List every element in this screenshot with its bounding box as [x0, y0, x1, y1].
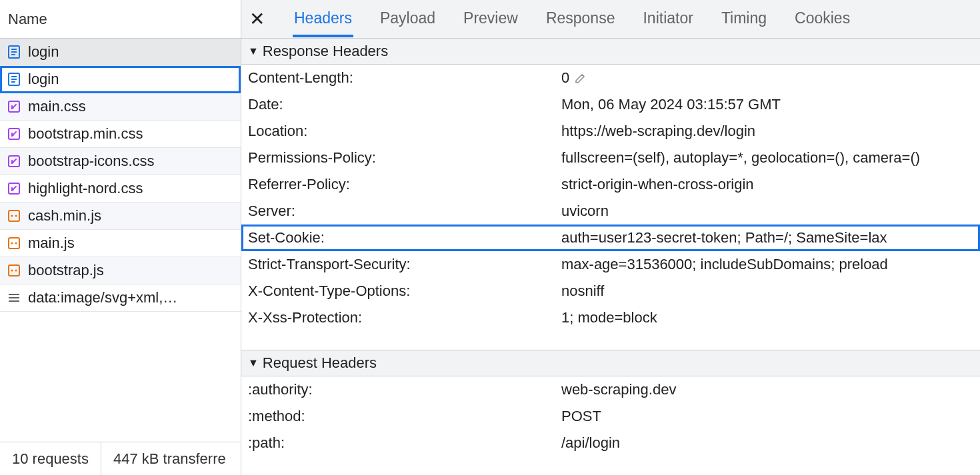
transferred-size: 447 kB transferre — [101, 442, 238, 475]
header-value: 1; mode=block — [561, 308, 973, 327]
header-row[interactable]: :method:POST — [241, 403, 980, 430]
request-name: login — [28, 43, 59, 61]
header-name: Location: — [248, 122, 561, 141]
stylesheet-icon — [7, 154, 21, 169]
header-row[interactable]: Strict-Transport-Security:max-age=315360… — [241, 251, 980, 278]
request-row[interactable]: login — [0, 39, 241, 66]
stylesheet-icon — [7, 127, 21, 141]
request-name: login — [28, 71, 59, 88]
tab-timing[interactable]: Timing — [720, 1, 768, 37]
request-name: bootstrap.min.css — [28, 125, 143, 143]
tab-payload[interactable]: Payload — [379, 1, 437, 37]
header-value: https://web-scraping.dev/login — [561, 122, 973, 141]
request-name: main.css — [28, 98, 86, 115]
script-icon — [7, 209, 21, 223]
header-name: X-Content-Type-Options: — [248, 282, 561, 300]
script-icon — [7, 236, 21, 250]
header-name: Content-Length: — [248, 69, 561, 87]
svg-point-18 — [15, 215, 17, 217]
close-icon[interactable]: ✕ — [249, 8, 265, 30]
svg-point-24 — [15, 270, 17, 272]
header-row[interactable]: Location:https://web-scraping.dev/login — [241, 118, 980, 145]
svg-rect-22 — [9, 265, 19, 276]
header-row[interactable]: Server:uvicorn — [241, 198, 980, 225]
header-name: :path: — [248, 434, 561, 452]
headers-content: ▼ Response Headers Content-Length:0Date:… — [241, 39, 980, 475]
header-row[interactable]: X-Xss-Protection:1; mode=block — [241, 304, 980, 331]
stylesheet-icon — [7, 99, 21, 114]
request-name: bootstrap.js — [28, 262, 104, 279]
header-name: Strict-Transport-Security: — [248, 255, 561, 274]
header-value: fullscreen=(self), autoplay=*, geolocati… — [561, 149, 973, 167]
request-row[interactable]: main.js — [0, 230, 241, 257]
tab-preview[interactable]: Preview — [462, 1, 519, 37]
request-name: data:image/svg+xml,… — [28, 289, 177, 306]
header-value: max-age=31536000; includeSubDomains; pre… — [561, 255, 973, 274]
tab-cookies[interactable]: Cookies — [793, 1, 851, 37]
header-value: POST — [561, 407, 973, 426]
header-row[interactable]: Referrer-Policy:strict-origin-when-cross… — [241, 171, 980, 198]
request-headers-title: Request Headers — [263, 354, 377, 372]
header-name: X-Xss-Protection: — [248, 308, 561, 327]
edit-icon[interactable] — [575, 72, 587, 84]
header-row[interactable]: Content-Length:0 — [241, 65, 980, 91]
requests-count: 10 requests — [0, 442, 101, 475]
request-row[interactable]: login — [0, 66, 241, 93]
disclosure-triangle-icon: ▼ — [248, 45, 259, 57]
header-row[interactable]: :authority:web-scraping.dev — [241, 376, 980, 403]
svg-point-21 — [15, 242, 17, 244]
request-row[interactable]: bootstrap.js — [0, 257, 241, 284]
request-detail-pane: ✕ HeadersPayloadPreviewResponseInitiator… — [241, 0, 980, 475]
script-icon — [7, 263, 21, 278]
request-row[interactable]: data:image/svg+xml,… — [0, 284, 241, 312]
header-value: Mon, 06 May 2024 03:15:57 GMT — [561, 95, 973, 114]
header-row[interactable]: Date:Mon, 06 May 2024 03:15:57 GMT — [241, 91, 980, 118]
request-name: main.js — [28, 235, 75, 252]
header-value: uvicorn — [561, 202, 973, 221]
response-headers-toggle[interactable]: ▼ Response Headers — [241, 39, 980, 65]
tab-response[interactable]: Response — [545, 1, 617, 37]
svg-rect-16 — [9, 211, 19, 221]
header-value: strict-origin-when-cross-origin — [561, 175, 973, 194]
svg-point-20 — [11, 242, 13, 244]
network-request-list: Name loginloginmain.cssbootstrap.min.css… — [0, 0, 241, 475]
request-row[interactable]: main.css — [0, 93, 241, 121]
request-name: highlight-nord.css — [28, 180, 143, 197]
detail-tabs-bar: ✕ HeadersPayloadPreviewResponseInitiator… — [241, 0, 980, 39]
document-icon — [7, 45, 21, 59]
header-value: /api/login — [561, 434, 973, 452]
stylesheet-icon — [7, 181, 21, 196]
tab-headers[interactable]: Headers — [293, 1, 353, 37]
request-row[interactable]: highlight-nord.css — [0, 175, 241, 203]
header-row[interactable]: X-Content-Type-Options:nosniff — [241, 278, 980, 304]
header-name: Date: — [248, 95, 561, 114]
header-name: Set-Cookie: — [248, 229, 561, 247]
header-name: Permissions-Policy: — [248, 149, 561, 167]
header-name: :method: — [248, 407, 561, 426]
header-name: :authority: — [248, 380, 561, 399]
request-headers-toggle[interactable]: ▼ Request Headers — [241, 350, 980, 376]
request-row[interactable]: bootstrap-icons.css — [0, 148, 241, 175]
tab-initiator[interactable]: Initiator — [641, 1, 694, 37]
header-value: nosniff — [561, 282, 973, 300]
header-name: Server: — [248, 202, 561, 221]
svg-rect-19 — [9, 238, 19, 248]
request-name: cash.min.js — [28, 207, 101, 225]
header-value: 0 — [561, 69, 973, 87]
request-name: bootstrap-icons.css — [28, 153, 155, 170]
response-headers-title: Response Headers — [263, 43, 388, 60]
header-name: Referrer-Policy: — [248, 175, 561, 194]
name-column-header[interactable]: Name — [0, 0, 241, 39]
request-row[interactable]: cash.min.js — [0, 203, 241, 230]
request-row[interactable]: bootstrap.min.css — [0, 121, 241, 148]
header-value: web-scraping.dev — [561, 380, 973, 399]
disclosure-triangle-icon: ▼ — [248, 357, 259, 369]
status-bar: 10 requests 447 kB transferre — [0, 442, 241, 475]
header-value: auth=user123-secret-token; Path=/; SameS… — [561, 229, 973, 247]
header-row[interactable]: Set-Cookie:auth=user123-secret-token; Pa… — [241, 225, 980, 251]
header-row[interactable]: Permissions-Policy:fullscreen=(self), au… — [241, 145, 980, 171]
header-row[interactable]: :path:/api/login — [241, 430, 980, 456]
data-icon — [7, 290, 21, 305]
svg-point-23 — [11, 270, 13, 272]
document-icon — [7, 72, 21, 87]
